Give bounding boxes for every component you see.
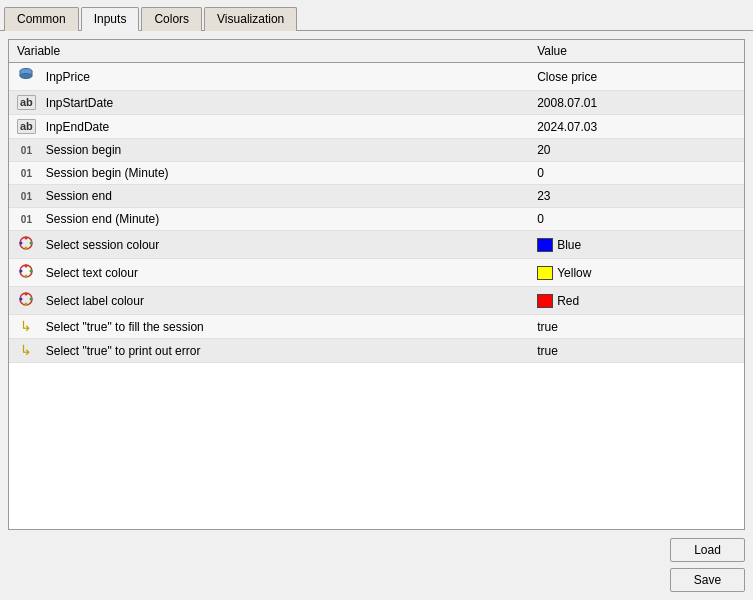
numeric-icon: 01: [21, 191, 32, 202]
svg-point-18: [20, 298, 23, 301]
main-window: Common Inputs Colors Visualization Varia…: [0, 0, 753, 600]
row-icon: ↳: [9, 315, 38, 339]
arrow-icon: ↳: [20, 319, 32, 333]
value-header: Value: [529, 40, 744, 63]
variable-name: Session end: [38, 185, 529, 208]
table-row[interactable]: 01Session end (Minute)0: [9, 208, 744, 231]
svg-point-13: [20, 270, 23, 273]
variable-name: InpPrice: [38, 63, 529, 91]
variable-value: true: [529, 315, 744, 339]
tab-bar: Common Inputs Colors Visualization: [0, 0, 753, 31]
numeric-icon: 01: [21, 214, 32, 225]
color-swatch: [537, 238, 553, 252]
color-swatch: [537, 266, 553, 280]
table-row[interactable]: abInpEndDate2024.07.03: [9, 115, 744, 139]
variable-name: Select text colour: [38, 259, 529, 287]
load-button[interactable]: Load: [670, 538, 745, 562]
tab-inputs[interactable]: Inputs: [81, 7, 140, 31]
table-row[interactable]: ↳Select "true" to print out errortrue: [9, 339, 744, 363]
svg-point-12: [30, 270, 33, 273]
variable-name: Select "true" to fill the session: [38, 315, 529, 339]
svg-point-8: [20, 242, 23, 245]
variable-name: InpStartDate: [38, 91, 529, 115]
svg-point-19: [25, 303, 28, 306]
variable-name: Select label colour: [38, 287, 529, 315]
color-label: Red: [557, 294, 579, 308]
svg-point-14: [25, 275, 28, 278]
table-row[interactable]: ↳Select "true" to fill the sessiontrue: [9, 315, 744, 339]
color-swatch: [537, 294, 553, 308]
variable-name: Session end (Minute): [38, 208, 529, 231]
color-picker-icon: [18, 235, 34, 251]
tab-colors[interactable]: Colors: [141, 7, 202, 31]
table-row[interactable]: Select text colourYellow: [9, 259, 744, 287]
color-label: Yellow: [557, 266, 591, 280]
variable-value: 0: [529, 208, 744, 231]
color-picker-icon: [18, 263, 34, 279]
svg-point-7: [30, 242, 33, 245]
row-icon: [9, 287, 38, 315]
variable-value: 2008.07.01: [529, 91, 744, 115]
table-row[interactable]: abInpStartDate2008.07.01: [9, 91, 744, 115]
variable-name: Session begin: [38, 139, 529, 162]
table-body: InpPriceClose priceabInpStartDate2008.07…: [9, 63, 744, 363]
table-header-row: Variable Value: [9, 40, 744, 63]
svg-point-2: [20, 74, 32, 79]
table-row[interactable]: Select label colourRed: [9, 287, 744, 315]
row-icon: [9, 259, 38, 287]
svg-point-11: [25, 265, 28, 268]
variable-value: Yellow: [529, 259, 744, 287]
table-row[interactable]: 01Session begin (Minute)0: [9, 162, 744, 185]
row-icon: [9, 231, 38, 259]
row-icon: ab: [9, 91, 38, 115]
variable-table: Variable Value InpPriceClose priceabInpS…: [9, 40, 744, 363]
variable-value: true: [529, 339, 744, 363]
variable-table-container: Variable Value InpPriceClose priceabInpS…: [8, 39, 745, 530]
variable-name: Select "true" to print out error: [38, 339, 529, 363]
row-icon: 01: [9, 208, 38, 231]
variable-name: Select session colour: [38, 231, 529, 259]
arrow-icon: ↳: [20, 343, 32, 357]
svg-point-17: [30, 298, 33, 301]
table-row[interactable]: Select session colourBlue: [9, 231, 744, 259]
variable-header: Variable: [9, 40, 529, 63]
variable-value: 2024.07.03: [529, 115, 744, 139]
button-area: Load Save: [8, 530, 745, 592]
table-row[interactable]: 01Session begin20: [9, 139, 744, 162]
table-row[interactable]: 01Session end23: [9, 185, 744, 208]
variable-name: InpEndDate: [38, 115, 529, 139]
row-icon: [9, 63, 38, 91]
variable-value: Close price: [529, 63, 744, 91]
row-icon: 01: [9, 162, 38, 185]
ab-icon: ab: [17, 95, 36, 110]
table-row[interactable]: InpPriceClose price: [9, 63, 744, 91]
row-icon: ab: [9, 115, 38, 139]
variable-value: Red: [529, 287, 744, 315]
numeric-icon: 01: [21, 145, 32, 156]
content-area: Variable Value InpPriceClose priceabInpS…: [0, 31, 753, 600]
variable-value: 23: [529, 185, 744, 208]
variable-name: Session begin (Minute): [38, 162, 529, 185]
numeric-icon: 01: [21, 168, 32, 179]
save-button[interactable]: Save: [670, 568, 745, 592]
color-label: Blue: [557, 238, 581, 252]
row-icon: ↳: [9, 339, 38, 363]
ab-icon: ab: [17, 119, 36, 134]
database-icon: [18, 67, 34, 83]
row-icon: 01: [9, 185, 38, 208]
variable-value: Blue: [529, 231, 744, 259]
row-icon: 01: [9, 139, 38, 162]
tab-visualization[interactable]: Visualization: [204, 7, 297, 31]
variable-value: 20: [529, 139, 744, 162]
svg-point-9: [25, 247, 28, 250]
variable-value: 0: [529, 162, 744, 185]
svg-point-6: [25, 237, 28, 240]
svg-point-16: [25, 293, 28, 296]
tab-common[interactable]: Common: [4, 7, 79, 31]
color-picker-icon: [18, 291, 34, 307]
